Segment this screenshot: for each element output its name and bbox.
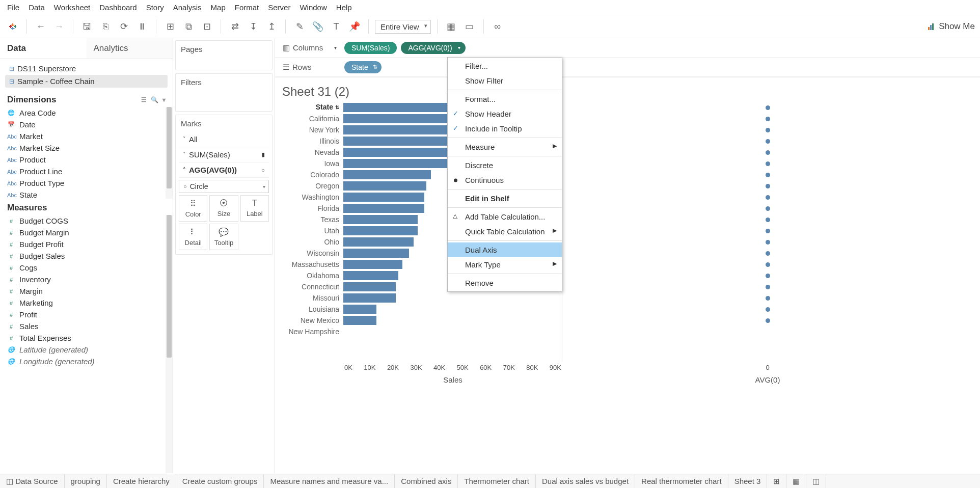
measure-field[interactable]: #Budget Profit	[0, 238, 166, 250]
highlight-icon[interactable]: ✎	[292, 19, 307, 34]
ctx-edit-in-shelf[interactable]: Edit in Shelf	[448, 191, 562, 206]
marks-label-button[interactable]: TLabel	[240, 195, 269, 222]
bar[interactable]	[343, 260, 402, 269]
sheet-tab[interactable]: Sheet 3	[728, 474, 768, 488]
dot-mark[interactable]	[766, 206, 770, 211]
dimension-field[interactable]: AbcState	[0, 189, 166, 199]
menu-file[interactable]: File	[7, 3, 19, 12]
marks-color-button[interactable]: ⠿Color	[179, 195, 207, 222]
dot-mark[interactable]	[766, 173, 770, 177]
measure-field[interactable]: #Profit	[0, 309, 166, 320]
dot-mark[interactable]	[766, 117, 770, 121]
tab-analytics[interactable]: Analytics	[87, 38, 173, 59]
marks-all[interactable]: ˅All	[179, 132, 269, 147]
measure-field[interactable]: 🌐Longitude (generated)	[0, 356, 166, 367]
pill-sum-sales[interactable]: SUM(Sales)	[344, 42, 397, 54]
dot-mark[interactable]	[766, 240, 770, 245]
sheet-title[interactable]: Sheet 31 (2)	[282, 85, 973, 99]
dot-mark[interactable]	[766, 251, 770, 256]
ctx-format-[interactable]: Format...	[448, 92, 562, 106]
sheet-tab[interactable]: Thermometer chart	[458, 474, 536, 488]
menu-icon[interactable]: ▾	[162, 96, 166, 103]
bar[interactable]	[343, 159, 448, 168]
dot-mark[interactable]	[766, 105, 770, 110]
measure-field[interactable]: #Budget Sales	[0, 250, 166, 262]
ctx-show-filter[interactable]: Show Filter	[448, 73, 562, 88]
ctx-remove[interactable]: Remove	[448, 276, 562, 290]
measure-field[interactable]: #Inventory	[0, 274, 166, 285]
group-icon[interactable]: 📎	[310, 19, 325, 34]
ctx-include-in-tooltip[interactable]: ✓Include in Tooltip	[448, 121, 562, 136]
dimension-field[interactable]: AbcMarket Size	[0, 142, 166, 154]
dot-mark[interactable]	[766, 318, 770, 323]
bar[interactable]	[343, 181, 426, 191]
sheet-tab[interactable]: Real thermometer chart	[635, 474, 728, 488]
dot-mark[interactable]	[766, 195, 770, 200]
menu-story[interactable]: Story	[146, 3, 164, 12]
ctx-measure[interactable]: ▶Measure	[448, 140, 562, 154]
forward-icon[interactable]: →	[51, 19, 67, 34]
bar[interactable]	[343, 271, 398, 280]
measure-field[interactable]: #Budget COGS	[0, 215, 166, 227]
datasource-item[interactable]: ⊟Sample - Coffee Chain	[5, 75, 168, 88]
dimension-field[interactable]: AbcProduct Type	[0, 177, 166, 189]
sheet-tab[interactable]: Create hierarchy	[107, 474, 176, 488]
sheet-tab[interactable]: Dual axis sales vs budget	[536, 474, 635, 488]
measure-field[interactable]: #Marketing	[0, 297, 166, 309]
presentation-icon[interactable]: ▭	[462, 19, 477, 34]
bar[interactable]	[343, 226, 418, 235]
dot-mark[interactable]	[766, 229, 770, 233]
sheet-tab[interactable]: Combined axis	[395, 474, 458, 488]
new-story-tab[interactable]: ◫	[806, 474, 826, 488]
measure-field[interactable]: #Margin	[0, 285, 166, 297]
bar[interactable]	[343, 170, 431, 179]
dashboard-icon[interactable]: ▦	[444, 19, 459, 34]
clear-icon[interactable]: ⊡	[199, 19, 214, 34]
dot-mark[interactable]	[766, 262, 770, 267]
bar[interactable]	[343, 148, 464, 157]
scrollbar[interactable]	[166, 107, 173, 199]
bar[interactable]	[343, 316, 376, 325]
dot-mark[interactable]	[766, 150, 770, 155]
menu-dashboard[interactable]: Dashboard	[99, 3, 137, 12]
swap-icon[interactable]: ⇄	[227, 19, 242, 34]
dimension-field[interactable]: AbcProduct Line	[0, 166, 166, 177]
refresh-icon[interactable]: ⟳	[116, 19, 131, 34]
dot-mark[interactable]	[766, 218, 770, 222]
duplicate-icon[interactable]: ⧉	[181, 19, 196, 34]
new-data-icon[interactable]: ⎘	[98, 19, 113, 34]
label-icon[interactable]: T	[329, 19, 344, 34]
new-sheet-tab[interactable]: ⊞	[767, 474, 786, 488]
sheet-tab[interactable]: Create custom groups	[176, 474, 264, 488]
scrollbar[interactable]	[166, 215, 173, 473]
measure-field[interactable]: #Total Expenses	[0, 332, 166, 344]
marks-tooltip-button[interactable]: 💬Tooltip	[209, 224, 238, 250]
dimension-field[interactable]: AbcProduct	[0, 154, 166, 166]
new-worksheet-icon[interactable]: ⊞	[162, 19, 178, 34]
pill-agg-avg0[interactable]: AGG(AVG(0))	[401, 42, 465, 54]
dot-mark[interactable]	[766, 161, 770, 166]
bar[interactable]	[343, 193, 424, 202]
rows-shelf[interactable]: ☰Rows State⇅	[275, 58, 980, 77]
bar[interactable]	[343, 282, 396, 291]
menu-map[interactable]: Map	[211, 3, 226, 12]
bar[interactable]	[343, 293, 396, 303]
dot-mark[interactable]	[766, 285, 770, 289]
datasource-item[interactable]: ⊟DS11 Superstore	[5, 62, 168, 75]
ctx-add-table-calculation-[interactable]: △Add Table Calculation...	[448, 209, 562, 224]
dot-mark[interactable]	[766, 139, 770, 144]
ctx-dual-axis[interactable]: Dual Axis	[448, 242, 562, 257]
marks-size-button[interactable]: ⦿Size	[209, 195, 238, 222]
new-dashboard-tab[interactable]: ▦	[786, 474, 806, 488]
bar[interactable]	[343, 249, 409, 258]
ctx-show-header[interactable]: ✓Show Header	[448, 106, 562, 121]
menu-help[interactable]: Help	[336, 3, 352, 12]
search-field-icon[interactable]: 🔍	[151, 96, 158, 103]
menu-server[interactable]: Server	[268, 3, 290, 12]
marks-detail-button[interactable]: ⠇Detail	[179, 224, 207, 250]
tab-data[interactable]: Data	[0, 38, 87, 59]
pin-icon[interactable]: 📌	[347, 19, 362, 34]
back-icon[interactable]: ←	[33, 19, 48, 34]
ctx-quick-table-calculation[interactable]: ▶Quick Table Calculation	[448, 224, 562, 239]
bar[interactable]	[343, 204, 424, 213]
